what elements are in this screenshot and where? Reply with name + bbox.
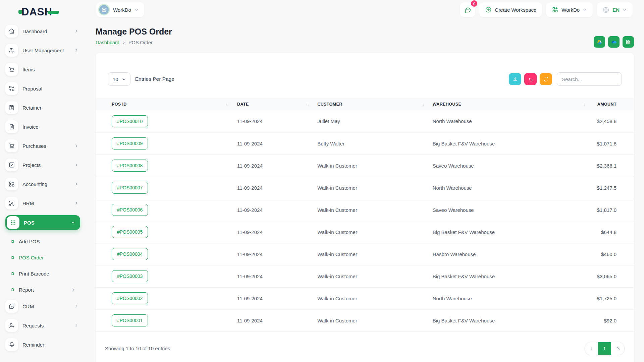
chevron-down-icon — [583, 8, 587, 12]
sidebar-item-user-management[interactable]: User Management — [5, 43, 80, 57]
order-warehouse: Big Basket F&V Warehouse — [433, 265, 594, 287]
sidebar-item-pos[interactable]: POS — [5, 215, 80, 230]
sort-icon[interactable]: ↑↓ — [306, 102, 309, 106]
breadcrumb-dashboard-link[interactable]: Dashboard — [96, 40, 119, 45]
sidebar-subitem-label: Print Barcode — [19, 271, 80, 277]
order-customer: Walk-in Customer — [317, 309, 432, 331]
sidebar-item-label: Purchases — [22, 143, 70, 149]
reset-undo-button[interactable] — [524, 73, 537, 85]
workspace-selector[interactable]: WorkDo — [96, 2, 144, 17]
workdo-menu-label: WorkDo — [561, 7, 580, 13]
column-header-pos-id[interactable]: POS ID↑↓ — [96, 98, 237, 110]
orders-card: 10 Entries Per Page — [96, 53, 634, 362]
sidebar-item-reminder[interactable]: Reminder — [5, 338, 80, 352]
table-row: #POS0000211-09-2024Walk-in CustomerNorth… — [96, 287, 634, 309]
sidebar-item-projects[interactable]: Projects — [5, 158, 80, 172]
sidebar-item-retainer[interactable]: Retainer — [5, 101, 80, 115]
column-header-amount[interactable]: AMOUNT — [594, 98, 634, 110]
messages-button[interactable]: 0 — [460, 2, 475, 17]
sort-icon[interactable]: ↑↓ — [226, 102, 228, 106]
grid-apps-button[interactable] — [623, 36, 634, 48]
sidebar-subitem-print-barcode[interactable]: Print Barcode — [8, 267, 80, 280]
sidebar-item-items[interactable]: Items — [5, 62, 80, 76]
order-customer: Walk-in Customer — [317, 221, 432, 243]
pos-id-badge[interactable]: #POS00009 — [112, 137, 148, 149]
pos-id-badge[interactable]: #POS00004 — [112, 248, 148, 260]
order-amount: $460.0 — [594, 243, 634, 265]
logo-dash-icon — [48, 11, 59, 14]
language-selector[interactable]: EN — [597, 2, 633, 17]
onedrive-button[interactable] — [608, 36, 620, 48]
grid-plus-icon — [552, 6, 558, 13]
chevron-down-icon — [623, 8, 627, 12]
sidebar-subitem-pos-order[interactable]: POS Order — [8, 251, 80, 264]
sidebar-subitem-report[interactable]: Report — [8, 283, 80, 296]
sidebar-item-label: Items — [22, 67, 80, 72]
save-icon — [5, 101, 18, 114]
sidebar-item-label: Retainer — [22, 105, 80, 111]
language-code: EN — [612, 7, 620, 13]
pos-id-badge[interactable]: #POS00007 — [112, 182, 148, 194]
pagination-next-button[interactable] — [611, 342, 624, 355]
sidebar-item-requests[interactable]: Requests — [5, 318, 80, 333]
chevron-right-icon — [74, 163, 79, 167]
order-warehouse: North Warehouse — [433, 177, 594, 199]
column-header-date[interactable]: DATE↑↓ — [237, 98, 317, 110]
sidebar-item-label: Reminder — [22, 342, 80, 348]
order-date: 11-09-2024 — [237, 243, 317, 265]
table-row: #POS0000811-09-2024Walk-in CustomerSaveo… — [96, 155, 634, 177]
order-amount: $2,366.1 — [594, 155, 634, 177]
entries-per-page-select[interactable]: 10 — [108, 72, 130, 86]
home-icon — [5, 25, 18, 38]
search-input[interactable] — [557, 72, 622, 86]
chevron-right-icon — [71, 288, 75, 292]
sidebar-item-hrm[interactable]: HRM — [5, 196, 80, 210]
order-customer: Walk-in Customer — [317, 265, 432, 287]
sidebar-item-invoice[interactable]: Invoice — [5, 120, 80, 134]
pos-id-badge[interactable]: #POS00005 — [112, 226, 148, 238]
column-header-customer[interactable]: CUSTOMER↑↓ — [317, 98, 432, 110]
header-actions: 0 Create Workspace WorkDo EN — [460, 2, 633, 17]
chat-bubble-icon — [464, 6, 471, 13]
onedrive-icon — [611, 39, 617, 45]
chevron-right-icon — [74, 304, 79, 309]
proposal-icon — [5, 82, 18, 95]
order-customer: Walk-in Customer — [317, 199, 432, 221]
pagination-prev-button[interactable] — [585, 342, 598, 355]
chevron-right-icon — [122, 41, 126, 45]
page-title: Manage POS Order — [96, 27, 172, 37]
order-date: 11-09-2024 — [237, 199, 317, 221]
table-row: #POS0000511-09-2024Walk-in CustomerBig B… — [96, 221, 634, 243]
pos-id-badge[interactable]: #POS00003 — [112, 270, 148, 282]
table-row: #POS0000411-09-2024Walk-in CustomerHasbr… — [96, 243, 634, 265]
order-date: 11-09-2024 — [237, 155, 317, 177]
create-workspace-button[interactable]: Create Workspace — [479, 2, 542, 17]
column-header-warehouse[interactable]: WAREHOUSE↑↓ — [433, 98, 594, 110]
sidebar-item-accounting[interactable]: Accounting — [5, 177, 80, 191]
sort-icon[interactable]: ↑↓ — [421, 102, 424, 106]
brand-logo[interactable]: DASH — [18, 7, 59, 17]
pagination-page-1[interactable]: 1 — [598, 342, 611, 355]
pos-id-badge[interactable]: #POS00008 — [112, 160, 148, 172]
google-drive-button[interactable] — [594, 36, 605, 48]
table-footer: Showing 1 to 10 of 10 entries 1 — [96, 332, 634, 357]
sidebar-item-dashboard[interactable]: Dashboard — [5, 24, 80, 38]
refresh-button[interactable] — [540, 73, 552, 85]
export-download-button[interactable] — [509, 73, 521, 85]
sidebar-subitem-add-pos[interactable]: Add POS — [8, 235, 80, 248]
workdo-menu-button[interactable]: WorkDo — [546, 2, 593, 17]
order-warehouse: Hasbro Warehouse — [433, 243, 594, 265]
pos-id-badge[interactable]: #POS00002 — [112, 292, 148, 304]
order-date: 11-09-2024 — [237, 287, 317, 309]
order-customer: Buffy Walter — [317, 132, 432, 155]
building-icon — [98, 4, 110, 15]
check-square-icon — [5, 159, 18, 171]
sidebar-item-crm[interactable]: CRM — [5, 299, 80, 313]
order-warehouse: Saveo Warehouse — [433, 155, 594, 177]
sort-icon[interactable]: ↑↓ — [582, 102, 585, 106]
pos-id-badge[interactable]: #POS00001 — [112, 314, 148, 326]
sidebar-item-proposal[interactable]: Proposal — [5, 81, 80, 96]
pos-id-badge[interactable]: #POS00006 — [112, 204, 148, 216]
pos-id-badge[interactable]: #POS00010 — [112, 115, 148, 127]
sidebar-item-purchases[interactable]: Purchases — [5, 139, 80, 153]
